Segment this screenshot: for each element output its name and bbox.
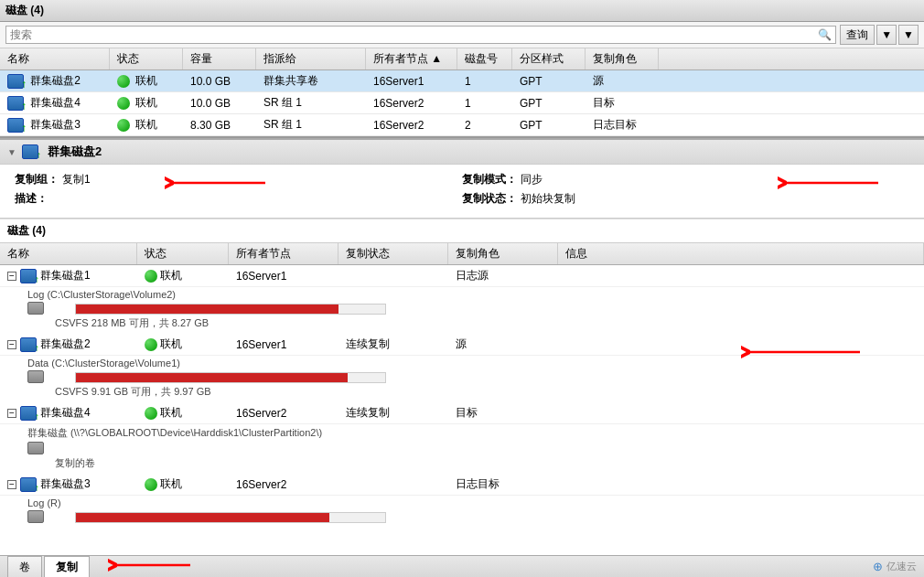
row2-owner: 16Server2 [366, 95, 457, 112]
status-bar: 卷 复制 ⊕ 亿速云 [0, 555, 924, 577]
search-box: 🔍 [5, 26, 836, 44]
disk2-red-arrow [741, 341, 869, 366]
rep-state-label: 复制状态： [462, 191, 517, 207]
rep-group-value: 复制1 [62, 172, 91, 187]
row3-capacity: 8.30 GB [183, 117, 256, 134]
status-icon-4 [145, 407, 157, 420]
title-bar: 磁盘 (4) [0, 0, 924, 22]
arrow-right [778, 172, 887, 197]
table-row[interactable]: ↑ 群集磁盘4 联机 10.0 GB SR 组 1 16Server2 1 GP… [0, 92, 924, 114]
disk3-progress-bar [75, 512, 386, 523]
disk1-progress-fill [76, 305, 338, 314]
disk1-reprole: 日志源 [456, 268, 565, 283]
row3-assigned: SR 组 1 [256, 115, 366, 134]
collapse-icon[interactable]: ▼ [7, 147, 16, 157]
disk4-log-area: 群集磁盘 (\\?\GLOBALROOT\Device\Harddisk1\Cl… [0, 424, 924, 470]
disk3-reprole: 日志目标 [456, 476, 565, 492]
disk3-log-area: Log (R) [0, 496, 924, 523]
disk-icon-small [27, 302, 44, 315]
disk1-progress-area [27, 302, 924, 315]
section-header: ▼ ↑ 群集磁盘2 [0, 138, 924, 165]
search-input[interactable] [10, 28, 818, 41]
disk2-arrow-svg [741, 341, 869, 363]
status-icon [145, 270, 157, 283]
disk3-name: − ↑ 群集磁盘3 [7, 476, 145, 492]
disk1-owner: 16Server1 [236, 270, 346, 283]
disk4-log-path-text: 群集磁盘 (\\?\GLOBALROOT\Device\Harddisk1\Cl… [27, 426, 924, 440]
disk3-progress-fill [76, 513, 329, 522]
status-icon-3 [145, 478, 157, 491]
window-title: 磁盘 (4) [5, 3, 44, 18]
view-button[interactable]: ▼ [876, 25, 897, 45]
row3-role: 日志目标 [586, 115, 659, 134]
expand-icon-4[interactable]: − [7, 409, 16, 418]
row1-capacity: 10.0 GB [183, 73, 256, 90]
table-row[interactable]: ↑ 群集磁盘2 联机 10.0 GB 群集共享卷 16Server1 1 GPT… [0, 70, 924, 92]
disk4-name: − ↑ 群集磁盘4 [7, 405, 145, 421]
disk1-log-path-text: Log (C:\ClusterStorage\Volume2) [27, 289, 924, 300]
disk2-reprole: 源 [456, 337, 565, 352]
extra-button[interactable]: ▼ [898, 25, 919, 45]
tab-volume[interactable]: 卷 [7, 556, 42, 578]
bcol-header-name: 名称 [0, 243, 137, 264]
disk1-progress-bar [75, 304, 386, 315]
disk3-owner: 16Server2 [236, 478, 346, 491]
header-name: 名称 [0, 48, 110, 69]
header-owner: 所有者节点 ▲ [366, 48, 457, 69]
disk4-icon: ↑ [20, 406, 37, 421]
row3-owner: 16Server2 [366, 117, 457, 134]
row3-partition: GPT [512, 117, 586, 134]
bottom-section[interactable]: 名称 状态 所有者节点 复制状态 复制角色 信息 − ↑ 群集磁盘1 联机 16… [0, 243, 924, 577]
disk1-icon: ↑ [20, 269, 37, 283]
disk-group-4: − ↑ 群集磁盘4 联机 16Server2 连续复制 目标 群集磁盘 (\\?… [0, 402, 924, 470]
disk2-progress-bar [75, 372, 386, 383]
disk-row-1[interactable]: − ↑ 群集磁盘1 联机 16Server1 日志源 [0, 265, 924, 287]
watermark-icon: ⊕ [873, 560, 883, 573]
bcol-header-owner: 所有者节点 [229, 243, 338, 264]
group-icon: ↑ [7, 118, 24, 133]
disk3-status: 联机 [145, 476, 236, 492]
disk-row-3[interactable]: − ↑ 群集磁盘3 联机 16Server2 日志目标 [0, 474, 924, 496]
row1-status: 联机 [110, 71, 183, 91]
red-arrow-right-svg [778, 172, 887, 194]
watermark: ⊕ 亿速云 [873, 560, 917, 573]
row1-disknum: 1 [457, 73, 512, 90]
query-button[interactable]: 查询 [840, 25, 875, 45]
header-status: 状态 [110, 48, 183, 69]
row1-role: 源 [586, 71, 659, 91]
expand-icon-3[interactable]: − [7, 480, 16, 489]
table-row[interactable]: ↑ 群集磁盘3 联机 8.30 GB SR 组 1 16Server2 2 GP… [0, 114, 924, 136]
group-icon: ↑ [7, 74, 24, 89]
bcol-header-repstatus: 复制状态 [338, 243, 448, 264]
section-disk-icon: ↑ [22, 144, 38, 159]
disk4-progress-area [27, 442, 924, 454]
main-window: 磁盘 (4) 🔍 查询 ▼ ▼ 名称 状态 容量 指派给 所有者节点 ▲ 磁盘号… [0, 0, 924, 577]
row2-capacity: 10.0 GB [183, 95, 256, 112]
row2-assigned: SR 组 1 [256, 93, 366, 112]
top-table-header: 名称 状态 容量 指派给 所有者节点 ▲ 磁盘号 分区样式 复制角色 [0, 48, 924, 70]
row1-name: ↑ 群集磁盘2 [0, 71, 110, 91]
search-icon: 🔍 [818, 28, 832, 41]
expand-icon-2[interactable]: − [7, 340, 16, 349]
row2-name: ↑ 群集磁盘4 [0, 93, 110, 112]
row3-disknum: 2 [457, 117, 512, 134]
disk-row-4[interactable]: − ↑ 群集磁盘4 联机 16Server2 连续复制 目标 [0, 402, 924, 424]
row1-owner: 16Server1 [366, 73, 457, 90]
red-arrow-left-svg [165, 172, 274, 194]
disk2-progress-fill [76, 373, 348, 382]
rep-mode-label: 复制模式： [462, 172, 517, 187]
expand-icon[interactable]: − [7, 272, 16, 281]
disk3-icon: ↑ [20, 477, 37, 492]
disk4-status: 联机 [145, 405, 236, 421]
disk3-progress-area [27, 510, 924, 523]
disk2-progress-area [27, 370, 924, 383]
disk-group-3: − ↑ 群集磁盘3 联机 16Server2 日志目标 Log (R) [0, 474, 924, 523]
disks-section-title: 磁盘 (4) [0, 219, 924, 243]
header-capacity: 容量 [183, 48, 256, 69]
disk1-info-text: CSVFS 218 MB 可用，共 8.27 GB [55, 316, 924, 330]
tab-replicate[interactable]: 复制 [44, 556, 90, 578]
top-table: 名称 状态 容量 指派给 所有者节点 ▲ 磁盘号 分区样式 复制角色 ↑ 群集磁… [0, 48, 924, 138]
description-label: 描述： [15, 191, 48, 207]
section-title: 群集磁盘2 [48, 144, 102, 160]
arrow-left [165, 172, 274, 197]
